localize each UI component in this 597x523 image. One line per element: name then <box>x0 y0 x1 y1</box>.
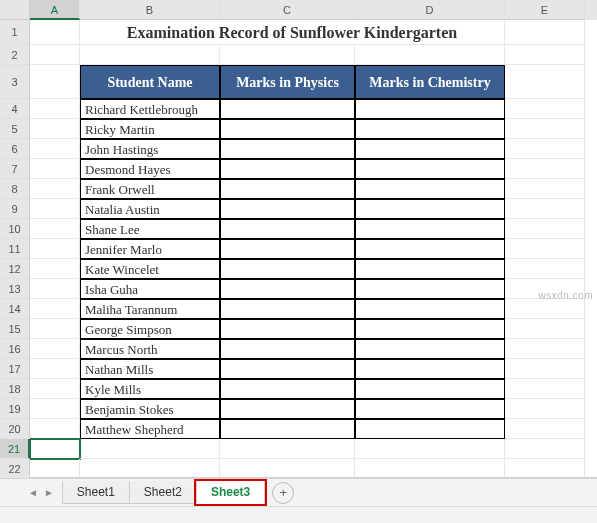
cell[interactable] <box>355 299 505 319</box>
student-name-cell[interactable]: Frank Orwell <box>80 179 220 199</box>
cell[interactable] <box>505 299 585 319</box>
cell[interactable] <box>30 159 80 179</box>
cell[interactable] <box>220 439 355 459</box>
cell[interactable] <box>505 159 585 179</box>
cell[interactable] <box>355 339 505 359</box>
cell[interactable] <box>220 339 355 359</box>
cell[interactable] <box>505 239 585 259</box>
cell[interactable] <box>80 439 220 459</box>
student-name-cell[interactable]: Natalia Austin <box>80 199 220 219</box>
cell[interactable] <box>505 359 585 379</box>
cell[interactable] <box>220 119 355 139</box>
student-name-cell[interactable]: Nathan Mills <box>80 359 220 379</box>
student-name-cell[interactable]: Richard Kettlebrough <box>80 99 220 119</box>
cell[interactable] <box>220 259 355 279</box>
cell[interactable] <box>30 119 80 139</box>
cell[interactable] <box>220 359 355 379</box>
cell[interactable] <box>220 399 355 419</box>
cell[interactable] <box>220 239 355 259</box>
row-header[interactable]: 8 <box>0 179 30 199</box>
cell[interactable] <box>220 45 355 65</box>
cell[interactable] <box>30 359 80 379</box>
row-header[interactable]: 1 <box>0 20 30 45</box>
cell[interactable] <box>505 399 585 419</box>
row-header[interactable]: 16 <box>0 339 30 359</box>
row-header[interactable]: 4 <box>0 99 30 119</box>
tab-nav-controls[interactable]: ◄ ► <box>20 487 62 498</box>
cell[interactable] <box>355 359 505 379</box>
cell[interactable] <box>220 379 355 399</box>
row-header[interactable]: 2 <box>0 45 30 65</box>
cell[interactable] <box>220 139 355 159</box>
cell[interactable] <box>30 279 80 299</box>
cell[interactable] <box>355 259 505 279</box>
cell[interactable] <box>505 439 585 459</box>
page-title[interactable]: Examination Record of Sunflower Kinderga… <box>80 20 505 45</box>
grid-cells[interactable]: Examination Record of Sunflower Kinderga… <box>30 20 597 477</box>
cell[interactable] <box>220 419 355 439</box>
student-name-cell[interactable]: George Simpson <box>80 319 220 339</box>
cell[interactable] <box>505 45 585 65</box>
cell[interactable] <box>355 199 505 219</box>
cell[interactable] <box>30 45 80 65</box>
cell[interactable] <box>505 379 585 399</box>
cell[interactable] <box>30 99 80 119</box>
cell[interactable] <box>30 319 80 339</box>
cell[interactable] <box>505 319 585 339</box>
cell[interactable] <box>355 239 505 259</box>
row-header[interactable]: 9 <box>0 199 30 219</box>
cell[interactable] <box>505 179 585 199</box>
cell[interactable] <box>505 99 585 119</box>
student-name-cell[interactable]: John Hastings <box>80 139 220 159</box>
row-header[interactable]: 12 <box>0 259 30 279</box>
cell[interactable] <box>355 139 505 159</box>
cell[interactable] <box>355 439 505 459</box>
student-name-cell[interactable]: Marcus North <box>80 339 220 359</box>
cell[interactable] <box>220 199 355 219</box>
cell[interactable] <box>505 419 585 439</box>
student-name-cell[interactable]: Benjamin Stokes <box>80 399 220 419</box>
cell[interactable] <box>30 459 80 477</box>
cell[interactable] <box>220 219 355 239</box>
cell[interactable] <box>355 219 505 239</box>
cell[interactable] <box>30 419 80 439</box>
student-name-cell[interactable]: Kate Wincelet <box>80 259 220 279</box>
cell[interactable] <box>355 179 505 199</box>
cell[interactable] <box>30 20 80 45</box>
cell[interactable] <box>355 159 505 179</box>
nav-next-icon[interactable]: ► <box>44 487 54 498</box>
cell[interactable] <box>220 159 355 179</box>
cell[interactable] <box>355 119 505 139</box>
sheet-tab-active[interactable]: Sheet3 <box>196 481 265 504</box>
col-header[interactable]: E <box>505 0 585 20</box>
cell[interactable] <box>505 119 585 139</box>
col-header-selected[interactable]: A <box>30 0 80 20</box>
row-header[interactable]: 10 <box>0 219 30 239</box>
student-name-cell[interactable]: Desmond Hayes <box>80 159 220 179</box>
cell[interactable] <box>505 219 585 239</box>
cell[interactable] <box>355 459 505 477</box>
cell[interactable] <box>505 199 585 219</box>
cell[interactable] <box>505 459 585 477</box>
cell[interactable] <box>355 379 505 399</box>
col-header[interactable]: C <box>220 0 355 20</box>
nav-prev-icon[interactable]: ◄ <box>28 487 38 498</box>
row-header[interactable]: 20 <box>0 419 30 439</box>
cell[interactable] <box>30 399 80 419</box>
student-name-cell[interactable]: Shane Lee <box>80 219 220 239</box>
cell[interactable] <box>505 20 585 45</box>
row-header[interactable]: 3 <box>0 65 30 99</box>
cell[interactable] <box>505 139 585 159</box>
cell[interactable] <box>30 179 80 199</box>
cell[interactable] <box>30 199 80 219</box>
row-header[interactable]: 22 <box>0 459 30 479</box>
student-name-cell[interactable]: Maliha Tarannum <box>80 299 220 319</box>
cell[interactable] <box>355 99 505 119</box>
cell[interactable] <box>355 419 505 439</box>
cell[interactable] <box>30 239 80 259</box>
row-header[interactable]: 19 <box>0 399 30 419</box>
cell[interactable] <box>30 139 80 159</box>
row-header[interactable]: 11 <box>0 239 30 259</box>
row-header[interactable]: 7 <box>0 159 30 179</box>
row-header[interactable]: 13 <box>0 279 30 299</box>
